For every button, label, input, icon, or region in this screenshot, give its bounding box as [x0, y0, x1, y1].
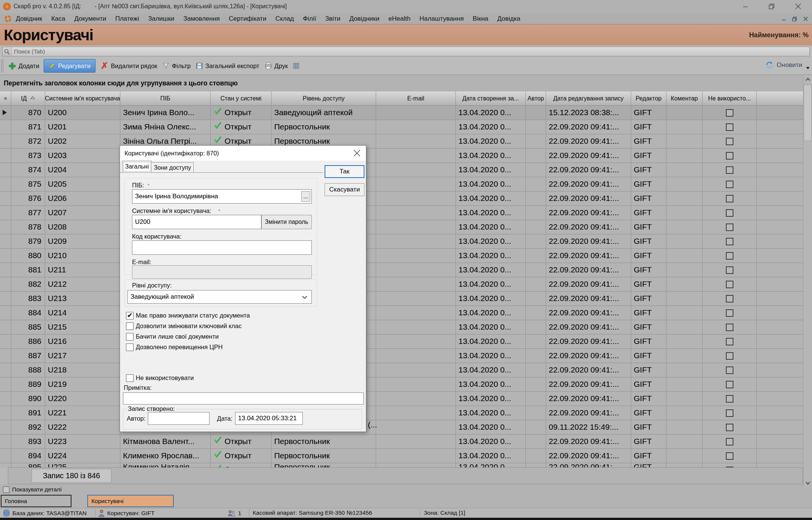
checkbox-lower-status[interactable]: Має право знижувати статус документа: [126, 312, 250, 319]
checkbox-exceed-crn[interactable]: Дозволено перевищення ЦРН: [126, 344, 223, 351]
notused-checkbox[interactable]: [726, 238, 733, 245]
notused-checkbox[interactable]: [726, 381, 733, 388]
notused-checkbox[interactable]: [726, 452, 733, 460]
notused-checkbox[interactable]: [726, 352, 733, 360]
notused-checkbox[interactable]: [726, 266, 733, 274]
menu-dovidnyky[interactable]: Довідники: [345, 15, 384, 23]
menu-platezhi[interactable]: Платежі: [111, 15, 143, 23]
toolbar-drag-handle[interactable]: [1, 59, 3, 72]
notused-checkbox[interactable]: [726, 295, 733, 303]
levels-select[interactable]: Заведующий аптекой: [127, 290, 312, 304]
print-button[interactable]: Друк: [265, 62, 288, 70]
header-notused[interactable]: Не використо...: [703, 91, 757, 105]
notused-checkbox[interactable]: [726, 195, 733, 202]
table-row[interactable]: 894 U224 Клименко Ярослав... Открыт Перв…: [0, 449, 803, 463]
filter-button[interactable]: Фільтр: [162, 62, 191, 70]
table-row[interactable]: 871 U201 Зима Яніна Олекс... Открыт Перв…: [0, 120, 803, 134]
notused-checkbox[interactable]: [726, 138, 733, 145]
notused-checkbox[interactable]: [726, 209, 733, 217]
header-email[interactable]: E-mail: [376, 91, 456, 105]
header-author[interactable]: Автор: [526, 91, 546, 105]
checkbox-not-use[interactable]: Не використовувати: [126, 374, 194, 382]
group-by-bar[interactable]: Перетягніть заголовок колонки сюди для у…: [0, 75, 812, 91]
notused-checkbox[interactable]: [726, 438, 733, 445]
header-selector[interactable]: ≡: [0, 91, 11, 105]
note-input[interactable]: [123, 392, 364, 404]
dialog-tab-zones[interactable]: Зони доступу: [152, 162, 194, 173]
mdi-restore-button[interactable]: [789, 15, 800, 23]
columns-icon[interactable]: [293, 62, 299, 69]
notused-checkbox[interactable]: [726, 395, 733, 403]
header-id[interactable]: ІД: [11, 91, 45, 105]
pib-browse-button[interactable]: ...: [301, 191, 310, 202]
notused-checkbox[interactable]: [726, 338, 733, 345]
notused-checkbox[interactable]: [726, 123, 733, 131]
delete-row-button[interactable]: ✗ Видалити рядок: [101, 62, 157, 70]
date-input[interactable]: 13.04.2020 05:33:21: [235, 412, 303, 425]
menu-sertyfikaty[interactable]: Сертифікати: [224, 15, 271, 23]
checkbox-own-documents[interactable]: Бачити лише свої документи: [126, 333, 219, 341]
dialog-close-icon[interactable]: [353, 149, 361, 157]
header-editor[interactable]: Редактор: [631, 91, 666, 105]
notused-checkbox[interactable]: [726, 366, 733, 374]
export-button[interactable]: Загальний експорт: [196, 62, 260, 70]
menu-nalashtuvannia[interactable]: Налаштування: [415, 15, 468, 23]
pib-input[interactable]: Зенич Ірина Володимирівна: [132, 189, 312, 204]
tab-main[interactable]: Головна: [1, 495, 71, 507]
tab-users[interactable]: Користувачі: [87, 495, 174, 507]
add-button[interactable]: Додати: [9, 62, 39, 70]
notused-checkbox[interactable]: [726, 281, 733, 288]
ok-button[interactable]: Так: [325, 165, 364, 178]
menu-sklad[interactable]: Склад: [271, 15, 298, 23]
edit-button[interactable]: Редагувати: [44, 59, 95, 73]
email-input[interactable]: [132, 265, 312, 279]
checkbox-change-key-class[interactable]: Дозволити змінювати ключовий клас: [126, 322, 241, 330]
menu-dovidnyk[interactable]: Довідник: [11, 15, 47, 23]
code-input[interactable]: [132, 240, 312, 255]
notused-checkbox[interactable]: [726, 181, 733, 188]
maximize-button[interactable]: [763, 0, 780, 13]
notused-checkbox[interactable]: [726, 224, 733, 231]
header-comment[interactable]: Коментар: [666, 91, 703, 105]
refresh-button[interactable]: Оновити: [765, 61, 802, 69]
header-status[interactable]: Стан у системі: [211, 91, 272, 105]
scrollbar-thumb[interactable]: [804, 85, 812, 141]
menu-vikna[interactable]: Вікна: [468, 15, 493, 23]
notused-checkbox[interactable]: [726, 109, 733, 117]
author-input[interactable]: [148, 412, 209, 425]
notused-checkbox[interactable]: [726, 409, 733, 417]
notused-checkbox[interactable]: [726, 152, 733, 160]
header-created[interactable]: Дата створення за...: [456, 91, 526, 105]
menu-filii[interactable]: Філії: [299, 15, 321, 23]
notused-checkbox[interactable]: [726, 252, 733, 260]
notused-checkbox[interactable]: [726, 424, 733, 431]
table-row[interactable]: 895 U225 Клименко Наталія Открыт Первост…: [0, 463, 803, 467]
notused-checkbox[interactable]: [726, 166, 733, 174]
header-edited[interactable]: Дата редагування запису: [546, 91, 631, 105]
scroll-up-icon[interactable]: [803, 75, 812, 84]
table-row[interactable]: 870 U200 Зенич Ірина Воло... Открыт Заве…: [0, 106, 803, 120]
scroll-down-icon[interactable]: [803, 479, 812, 488]
menu-dokumenty[interactable]: Документи: [70, 15, 111, 23]
cancel-button[interactable]: Скасувати: [325, 183, 364, 196]
vertical-scrollbar[interactable]: [803, 75, 812, 488]
menu-zamovlennia[interactable]: Замовлення: [179, 15, 224, 23]
header-sysname[interactable]: Системне ім'я користувача: [45, 91, 120, 105]
search-input[interactable]: Поиск (Tab): [2, 47, 810, 56]
menu-zalyshky[interactable]: Залишки: [144, 15, 179, 23]
show-details-checkbox[interactable]: [3, 487, 9, 493]
change-password-button[interactable]: Змінити пароль: [261, 215, 312, 229]
menu-ehealth[interactable]: eHealth: [384, 15, 415, 23]
header-access-level[interactable]: Рівень доступу: [272, 91, 376, 105]
sysname-input[interactable]: U200: [132, 215, 261, 229]
menu-zvity[interactable]: Звіти: [321, 15, 345, 23]
menu-kasa[interactable]: Каса: [47, 15, 70, 23]
mdi-minimize-button[interactable]: [779, 15, 789, 23]
minimize-button[interactable]: [737, 0, 754, 13]
close-button[interactable]: [789, 0, 807, 13]
toolbar-overflow-icon[interactable]: [806, 67, 810, 71]
dialog-tab-general[interactable]: Загальні: [122, 161, 152, 173]
notused-checkbox[interactable]: [726, 324, 733, 331]
header-pib[interactable]: ПІБ: [120, 91, 211, 105]
notused-checkbox[interactable]: [726, 309, 733, 317]
